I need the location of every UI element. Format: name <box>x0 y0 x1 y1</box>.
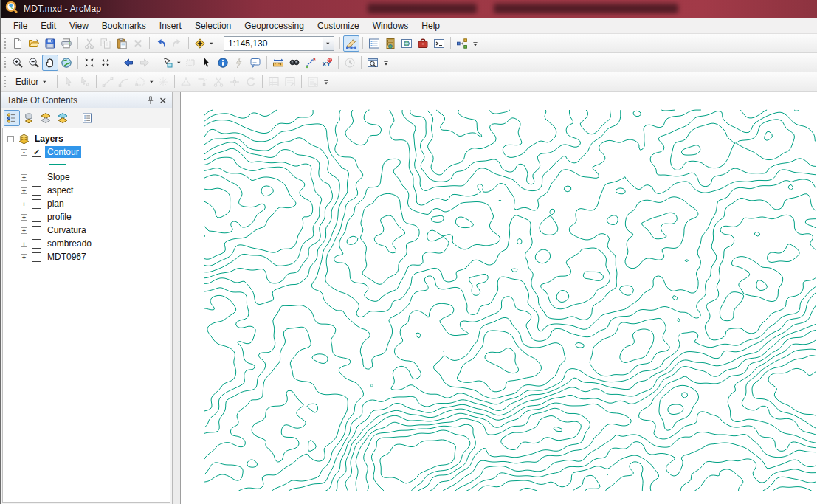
expand-icon[interactable]: + <box>21 187 27 194</box>
map-view[interactable] <box>181 92 817 504</box>
toolbar-grip[interactable] <box>4 57 6 68</box>
full-extent-button[interactable] <box>58 55 75 71</box>
menu-insert[interactable]: Insert <box>153 18 188 33</box>
fixed-zoom-in-button[interactable] <box>81 55 97 71</box>
layer-label-aspect[interactable]: aspect <box>45 184 75 196</box>
collapse-icon[interactable]: - <box>21 149 27 156</box>
list-by-visibility-button[interactable] <box>38 110 54 126</box>
collapse-icon[interactable]: - <box>7 136 14 142</box>
pan-tool[interactable] <box>42 55 58 71</box>
map-scale-value[interactable]: 1:145,130 <box>224 38 323 49</box>
attributes-button <box>266 74 282 90</box>
paste-button[interactable] <box>114 35 130 52</box>
layer-checkbox-contour[interactable]: ✓ <box>32 148 41 157</box>
table-of-contents-button[interactable] <box>366 35 382 52</box>
layer-checkbox-plan[interactable] <box>32 199 41 209</box>
measure-tool[interactable] <box>270 55 286 71</box>
menu-geoprocessing[interactable]: Geoprocessing <box>238 18 311 33</box>
toolbar-overflow-button[interactable] <box>381 55 391 71</box>
zoom-in-tool[interactable] <box>10 55 26 71</box>
layer-checkbox-profile[interactable] <box>32 213 41 222</box>
python-button[interactable] <box>431 35 447 52</box>
menu-file[interactable]: File <box>7 18 34 33</box>
map-scale-combobox[interactable]: 1:145,130 <box>224 36 334 51</box>
expand-icon[interactable]: + <box>21 214 27 221</box>
layer-label-curvatura[interactable]: Curvatura <box>45 224 89 236</box>
layer-label-slope[interactable]: Slope <box>45 171 72 183</box>
catalog-button[interactable] <box>382 35 399 52</box>
expand-icon[interactable]: + <box>21 174 27 181</box>
expand-icon[interactable]: + <box>21 241 27 247</box>
identify-tool[interactable] <box>215 55 231 71</box>
layers-root-label[interactable]: Layers <box>32 133 66 145</box>
editor-menu-button[interactable]: Editor <box>10 74 54 90</box>
toolbar-overflow-button[interactable] <box>470 35 480 52</box>
measure-icon <box>272 57 284 69</box>
menu-windows[interactable]: Windows <box>366 18 416 33</box>
layer-label-mdt0967[interactable]: MDT0967 <box>45 251 89 263</box>
contour-map-canvas[interactable] <box>181 92 817 504</box>
toolbar-grip[interactable] <box>4 76 6 87</box>
pin-icon[interactable] <box>144 94 156 106</box>
fixed-zoom-out-button[interactable] <box>97 55 114 71</box>
dropdown-caret-icon[interactable] <box>208 35 215 52</box>
dropdown-caret-icon[interactable] <box>148 74 155 90</box>
toolbar-separator <box>156 56 156 69</box>
go-to-xy-icon: XY <box>321 57 333 69</box>
modelbuilder-button[interactable] <box>454 35 470 52</box>
dropdown-caret-icon[interactable] <box>176 55 182 71</box>
layer-checkbox-sombreado[interactable] <box>32 239 41 249</box>
select-elements-tool[interactable] <box>199 55 215 71</box>
layer-checkbox-aspect[interactable] <box>32 186 41 196</box>
toc-options-button[interactable] <box>79 110 95 126</box>
toolbar-grip[interactable] <box>4 38 6 49</box>
sketch-properties-button <box>282 74 298 90</box>
menu-selection[interactable]: Selection <box>188 18 238 33</box>
copy-icon <box>100 38 111 49</box>
viewer-window-button[interactable] <box>365 55 381 71</box>
print-button[interactable] <box>58 35 75 52</box>
list-by-drawing-order-button[interactable] <box>4 110 20 126</box>
layer-label-profile[interactable]: profile <box>45 211 74 223</box>
open-button[interactable] <box>26 35 42 52</box>
layer-label-sombreado[interactable]: sombreado <box>45 238 94 249</box>
menu-edit[interactable]: Edit <box>34 18 63 33</box>
menu-bookmarks[interactable]: Bookmarks <box>95 18 153 33</box>
list-by-source-button[interactable] <box>21 110 37 126</box>
legend-row-contour <box>3 159 170 170</box>
new-map-button[interactable] <box>10 35 26 52</box>
trace-tool <box>132 74 148 90</box>
toolbar-overflow-button[interactable] <box>321 74 331 90</box>
layer-checkbox-curvatura[interactable] <box>32 226 41 235</box>
expand-icon[interactable]: + <box>21 201 27 207</box>
undo-button[interactable] <box>153 35 169 52</box>
add-data-button[interactable] <box>192 35 208 52</box>
menu-customize[interactable]: Customize <box>311 18 366 33</box>
go-to-xy-button[interactable]: XY <box>319 55 335 71</box>
layer-label-contour[interactable]: Contour <box>45 146 81 158</box>
panel-splitter[interactable] <box>173 92 181 504</box>
arctoolbox-button[interactable] <box>415 35 431 52</box>
menu-view[interactable]: View <box>63 18 95 33</box>
html-popup-tool[interactable] <box>247 55 263 71</box>
search-button[interactable] <box>399 35 415 52</box>
layer-checkbox-mdt0967[interactable] <box>32 252 41 262</box>
find-route-button[interactable] <box>303 55 319 71</box>
zoom-out-tool[interactable] <box>26 55 42 71</box>
find-button[interactable] <box>286 55 303 71</box>
layer-checkbox-slope[interactable] <box>32 173 41 182</box>
close-icon[interactable] <box>156 94 169 106</box>
expand-icon[interactable]: + <box>21 254 27 260</box>
tools-toolbar: XY <box>1 53 817 72</box>
menu-help[interactable]: Help <box>415 18 447 33</box>
find-route-icon <box>305 57 317 69</box>
select-features-tool[interactable] <box>159 55 176 71</box>
list-by-selection-button[interactable] <box>55 110 71 126</box>
layer-label-plan[interactable]: plan <box>45 198 66 210</box>
title-bar[interactable]: MDT.mxd - ArcMap <box>1 0 817 18</box>
save-button[interactable] <box>42 35 58 52</box>
editor-toolbar-toggle[interactable] <box>343 35 359 52</box>
back-extent-button[interactable] <box>120 55 137 71</box>
expand-icon[interactable]: + <box>21 227 27 234</box>
combobox-dropdown-button[interactable] <box>323 37 334 50</box>
